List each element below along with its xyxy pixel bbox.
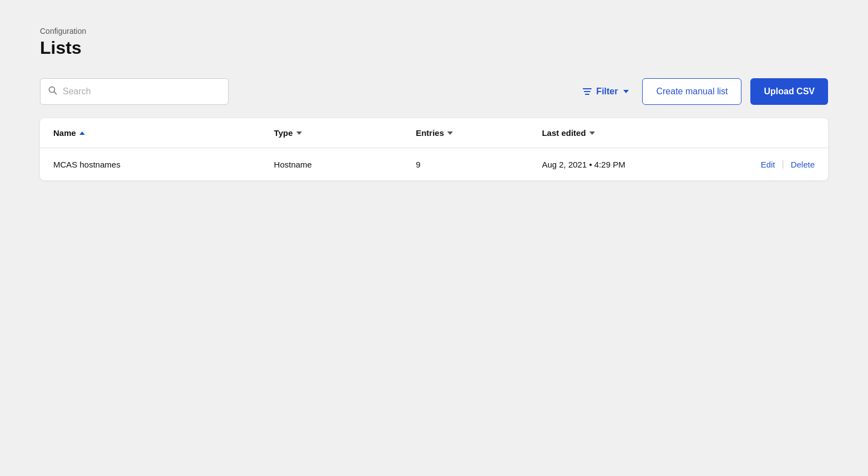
search-input[interactable] bbox=[63, 87, 220, 97]
sort-asc-icon bbox=[79, 131, 85, 135]
cell-type-0: Hostname bbox=[261, 148, 403, 181]
toolbar: Filter Create manual list Upload CSV bbox=[40, 78, 828, 105]
cell-name-0: MCAS hostnames bbox=[40, 148, 261, 181]
chevron-down-icon bbox=[623, 90, 629, 93]
col-header-actions bbox=[718, 118, 828, 148]
sort-desc-icon-last-edited bbox=[589, 131, 595, 135]
page-container: Configuration Lists Filter bbox=[0, 0, 868, 207]
col-header-name[interactable]: Name bbox=[40, 118, 261, 148]
cell-last-edited-0: Aug 2, 2021 • 4:29 PM bbox=[528, 148, 718, 181]
action-divider-0: | bbox=[781, 159, 784, 169]
search-wrapper bbox=[40, 78, 229, 105]
breadcrumb: Configuration bbox=[40, 27, 828, 36]
filter-label: Filter bbox=[596, 87, 618, 97]
svg-line-1 bbox=[54, 92, 57, 94]
filter-button[interactable]: Filter bbox=[578, 87, 633, 97]
table-body: MCAS hostnames Hostname 9 Aug 2, 2021 • … bbox=[40, 148, 828, 181]
sort-desc-icon-entries bbox=[447, 131, 453, 135]
cell-actions-0: Edit | Delete bbox=[718, 148, 828, 181]
sort-desc-icon-type bbox=[296, 131, 302, 135]
page-title: Lists bbox=[40, 38, 828, 58]
search-icon bbox=[48, 86, 57, 97]
col-header-last-edited[interactable]: Last edited bbox=[528, 118, 718, 148]
upload-csv-button[interactable]: Upload CSV bbox=[750, 78, 828, 105]
table-container: Name Type Entries bbox=[40, 118, 828, 180]
filter-icon bbox=[583, 88, 592, 95]
col-header-entries[interactable]: Entries bbox=[402, 118, 528, 148]
delete-button-0[interactable]: Delete bbox=[791, 160, 815, 169]
edit-button-0[interactable]: Edit bbox=[761, 160, 775, 169]
lists-table: Name Type Entries bbox=[40, 118, 828, 180]
table-row: MCAS hostnames Hostname 9 Aug 2, 2021 • … bbox=[40, 148, 828, 181]
col-header-type[interactable]: Type bbox=[261, 118, 403, 148]
table-header-row: Name Type Entries bbox=[40, 118, 828, 148]
create-manual-list-button[interactable]: Create manual list bbox=[642, 78, 741, 105]
cell-entries-0: 9 bbox=[402, 148, 528, 181]
